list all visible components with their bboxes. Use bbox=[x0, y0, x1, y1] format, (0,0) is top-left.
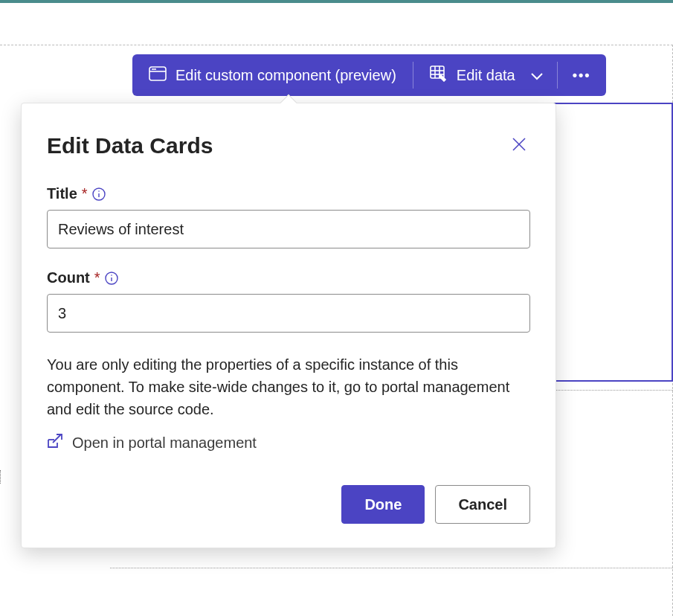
count-label-text: Count bbox=[47, 269, 90, 286]
close-icon bbox=[511, 144, 527, 155]
modal-footer: Done Cancel bbox=[47, 485, 530, 524]
done-button[interactable]: Done bbox=[341, 485, 425, 524]
cancel-button[interactable]: Cancel bbox=[435, 485, 530, 524]
portal-link-text: Open in portal management bbox=[72, 434, 257, 452]
edit-data-button[interactable]: Edit data bbox=[421, 61, 524, 90]
title-label: Title * bbox=[47, 185, 530, 202]
info-icon[interactable] bbox=[105, 272, 118, 285]
info-icon[interactable] bbox=[92, 187, 106, 201]
done-button-label: Done bbox=[364, 496, 402, 513]
svg-point-12 bbox=[98, 190, 100, 192]
count-field: Count * bbox=[47, 269, 530, 333]
component-toolbar: Edit custom component (preview) Edit dat… bbox=[132, 54, 606, 96]
modal-title: Edit Data Cards bbox=[47, 133, 213, 158]
open-external-icon bbox=[47, 434, 63, 452]
more-icon: ••• bbox=[573, 68, 591, 83]
edit-data-dropdown[interactable] bbox=[524, 64, 550, 87]
count-input[interactable] bbox=[47, 294, 530, 333]
modal-header: Edit Data Cards bbox=[47, 133, 530, 158]
edit-data-cards-modal: Edit Data Cards Title * bbox=[21, 103, 556, 548]
modal-help-text: You are only editing the properties of a… bbox=[47, 353, 530, 420]
required-asterisk: * bbox=[94, 269, 100, 286]
chevron-down-icon bbox=[530, 67, 544, 83]
app-top-border bbox=[0, 0, 673, 3]
title-field: Title * bbox=[47, 185, 530, 248]
count-label: Count * bbox=[47, 269, 530, 286]
table-edit-icon bbox=[430, 65, 448, 86]
toolbar-separator-2 bbox=[557, 62, 558, 89]
dotted-marker-left bbox=[0, 470, 1, 484]
edit-component-label: Edit custom component (preview) bbox=[176, 67, 396, 84]
svg-point-15 bbox=[111, 275, 112, 276]
toolbar-separator bbox=[413, 62, 413, 89]
required-asterisk: * bbox=[82, 185, 88, 202]
title-label-text: Title bbox=[47, 185, 77, 202]
open-portal-management-link[interactable]: Open in portal management bbox=[47, 434, 257, 452]
title-input[interactable] bbox=[47, 210, 530, 248]
edit-custom-component-button[interactable]: Edit custom component (preview) bbox=[140, 62, 405, 89]
component-icon bbox=[149, 66, 167, 85]
cancel-button-label: Cancel bbox=[458, 496, 507, 513]
edit-data-label: Edit data bbox=[457, 67, 515, 84]
toolbar-more-button[interactable]: ••• bbox=[565, 65, 599, 86]
close-modal-button[interactable] bbox=[508, 133, 530, 158]
